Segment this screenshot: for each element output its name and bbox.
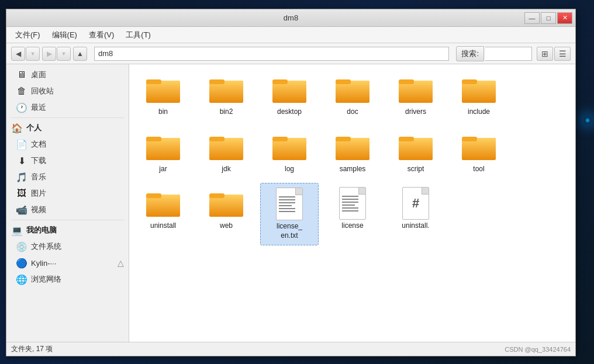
recycle-icon: 🗑 [16,85,27,97]
file-label: uninstall. [402,221,429,231]
sidebar-item-personal[interactable]: 🏠 个人 [6,120,129,136]
sidebar-item-filesystem[interactable]: 💿 文件系统 [6,238,129,255]
text-file-icon [272,188,307,220]
file-label: jdk [222,165,230,174]
network-icon: 🌐 [16,273,27,285]
close-button[interactable]: ✕ [557,12,572,24]
list-item[interactable]: desktop [260,69,319,122]
sidebar-separator-2 [11,220,124,220]
menubar: 文件(F) 编辑(E) 查看(V) 工具(T) [6,27,575,43]
grid-view-button[interactable]: ⊞ [537,47,553,61]
folder-icon [146,74,181,105]
list-item[interactable]: # uninstall. [386,183,445,245]
file-view: bin bin2 [129,64,575,342]
folder-icon [398,131,433,162]
sidebar-item-recycle[interactable]: 🗑 回收站 [6,83,129,99]
sidebar-item-recent[interactable]: 🕐 最近 [6,99,129,116]
file-label: license [341,221,363,231]
sidebar-item-kylin[interactable]: 🔵 Kylin-··· △ [6,255,129,271]
list-item[interactable]: uninstall [134,183,192,245]
svg-rect-17 [462,79,477,84]
file-label: drivers [405,108,426,117]
svg-rect-5 [209,79,225,84]
menu-view[interactable]: 查看(V) [83,27,120,43]
svg-rect-20 [146,137,161,141]
file-label: jar [159,165,167,174]
svg-rect-2 [146,79,161,84]
sidebar-item-video[interactable]: 📹 视频 [6,202,129,218]
sidebar-item-network[interactable]: 🌐 浏览网络 [6,271,129,287]
sidebar-item-pictures[interactable]: 🖼 图片 [6,185,129,202]
kylin-icon: 🔵 [16,257,27,269]
folder-icon [146,131,181,162]
titlebar: dm8 — □ ✕ [6,9,575,27]
folder-icon [335,131,370,162]
sidebar-item-downloads[interactable]: ⬇ 下载 [6,152,129,169]
list-item[interactable]: include [450,69,508,122]
file-label: bin [158,108,168,117]
list-item[interactable]: bin [134,69,192,122]
maximize-button[interactable]: □ [541,12,556,24]
statusbar: 文件夹, 17 项 CSDN @qq_33424764 [6,342,575,356]
file-label: log [285,165,294,174]
folder-icon [209,188,244,219]
toolbar: ◀ ▼ ▶ ▼ ▲ 搜索: ⊞ ☰ [6,43,575,64]
watermark: CSDN @qq_33424764 [505,346,571,353]
list-item[interactable]: license_en.txt [260,183,319,245]
svg-rect-29 [336,137,351,141]
sidebar-item-docs[interactable]: 📄 文档 [6,136,129,152]
svg-rect-32 [399,137,414,141]
file-label: script [407,165,424,174]
text-file-icon [335,188,370,219]
up-button[interactable]: ▲ [73,47,87,61]
forward-button[interactable]: ▶ [42,47,56,61]
search-input[interactable] [485,47,532,61]
list-item[interactable]: doc [323,69,382,122]
list-item[interactable]: script [386,126,445,179]
eject-icon: △ [118,258,124,268]
list-item[interactable]: license [323,183,382,245]
back-dropdown[interactable]: ▼ [26,47,40,61]
home-icon: 🏠 [11,122,23,134]
menu-edit[interactable]: 编辑(E) [46,27,83,43]
address-bar[interactable] [94,47,449,61]
list-item[interactable]: log [260,126,319,179]
folder-icon [461,74,496,105]
folder-icon [272,131,307,162]
sidebar-separator [11,117,124,118]
back-button[interactable]: ◀ [11,47,25,61]
list-item[interactable]: tool [450,126,508,179]
folder-icon [461,131,496,162]
list-item[interactable]: web [197,183,255,245]
file-label: include [468,108,490,117]
sidebar-item-desktop[interactable]: 🖥 桌面 [6,67,129,83]
file-label: web [220,221,233,231]
list-view-button[interactable]: ☰ [554,47,571,61]
window-controls: — □ ✕ [524,12,572,24]
search-label[interactable]: 搜索: [456,46,484,61]
file-label: uninstall [150,221,176,231]
list-item[interactable]: jdk [197,126,255,179]
sidebar: 🖥 桌面 🗑 回收站 🕐 最近 🏠 个人 📄 文档 ⬇ 下载 [6,64,129,342]
list-item[interactable]: drivers [386,69,445,122]
list-item[interactable]: bin2 [197,69,255,122]
window-title: dm8 [284,13,298,22]
svg-rect-23 [209,137,225,141]
sidebar-item-mypc[interactable]: 💻 我的电脑 [6,222,129,238]
svg-rect-11 [336,79,351,84]
minimize-button[interactable]: — [524,12,540,24]
sidebar-item-music[interactable]: 🎵 音乐 [6,169,129,185]
file-label: license_en.txt [277,222,302,240]
file-label: samples [340,165,366,174]
forward-dropdown[interactable]: ▼ [57,47,71,61]
file-label: doc [347,108,358,117]
menu-file[interactable]: 文件(F) [9,27,46,43]
svg-rect-26 [272,137,288,141]
svg-rect-8 [272,79,288,84]
file-grid: bin bin2 [134,69,571,245]
menu-tools[interactable]: 工具(T) [120,27,157,43]
disk-icon: 💿 [16,241,27,252]
list-item[interactable]: jar [134,126,192,179]
desktop-icon: 🖥 [16,69,27,81]
list-item[interactable]: samples [323,126,382,179]
